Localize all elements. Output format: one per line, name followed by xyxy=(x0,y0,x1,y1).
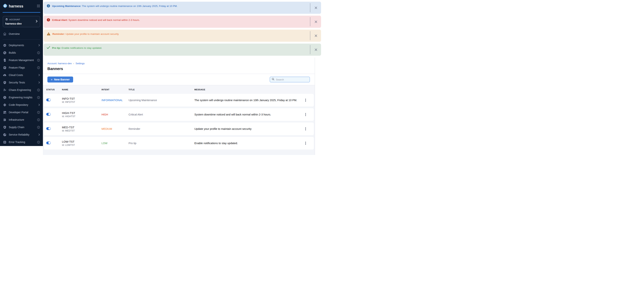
banner-bold-text: Reminder: xyxy=(52,33,65,35)
sidebar-item-service-reliability[interactable]: Service Reliability xyxy=(0,131,43,138)
banner-message: Enable notifications to stay updated. xyxy=(62,47,102,49)
search-input[interactable] xyxy=(276,78,308,81)
banner-id: Id: INFOTST xyxy=(62,101,102,103)
check-icon xyxy=(47,46,50,50)
new-banner-button[interactable]: + New Banner xyxy=(48,77,73,83)
title-value: Upcoming Maintenance xyxy=(128,99,194,102)
info-icon xyxy=(37,89,40,91)
row-menu-icon[interactable] xyxy=(304,141,307,146)
toggle-knob xyxy=(48,127,50,130)
cloud-costs-icon: $ xyxy=(3,73,6,77)
error-tracking-icon xyxy=(3,141,6,144)
info-icon xyxy=(37,111,40,114)
logo-row: harness xyxy=(0,0,43,12)
row-menu-icon[interactable] xyxy=(304,112,307,117)
account-label: ACCOUNT xyxy=(9,19,20,21)
sidebar-item-engineering-insights[interactable]: Engineering Insights xyxy=(0,94,43,101)
chevron-right-icon xyxy=(38,104,40,106)
banner-id: Id: MEDTST xyxy=(62,130,102,132)
column-header-message: MESSAGE xyxy=(194,88,305,91)
column-header-status: STATUS xyxy=(46,88,62,91)
row-menu-icon[interactable] xyxy=(304,126,307,132)
new-banner-label: New Banner xyxy=(54,78,70,81)
breadcrumb-settings-link[interactable]: Settings xyxy=(76,62,85,65)
sidebar-item-error-tracking[interactable]: Error Tracking xyxy=(0,138,43,146)
chevron-right-icon xyxy=(38,134,40,136)
search-box xyxy=(270,77,310,82)
sidebar-item-supply-chain[interactable]: Supply Chain xyxy=(0,124,43,131)
sidebar-item-chaos-engineering[interactable]: Chaos Engineering xyxy=(0,86,43,94)
column-header-intent: INTENT xyxy=(102,88,128,91)
builds-icon xyxy=(3,51,6,55)
banner-divider xyxy=(310,31,310,40)
row-menu-icon[interactable] xyxy=(304,98,307,103)
feature-management-icon xyxy=(3,58,6,62)
banner-name: MED-TST xyxy=(62,126,102,129)
table-row: LOW-TSTId: LOWTST LOW Pro tip Enable not… xyxy=(44,137,314,146)
breadcrumb-account-link[interactable]: Account: harness-dev xyxy=(48,62,72,65)
banner-reminder: Reminder: Update your profile to maintai… xyxy=(44,30,321,42)
message-value: Enable notifications to stay updated. xyxy=(194,142,304,145)
column-header-title: TITLE xyxy=(128,88,194,91)
status-toggle[interactable] xyxy=(46,142,51,144)
info-icon xyxy=(37,59,40,62)
banner-bold-text: Upcoming Maintenance: xyxy=(52,5,81,7)
column-header-name: NAME xyxy=(62,88,102,91)
supply-chain-icon xyxy=(3,126,6,129)
chevron-right-icon xyxy=(36,20,38,23)
sidebar-item-cloud-costs[interactable]: $ Cloud Costs xyxy=(0,71,43,79)
sidebar-item-code-repository[interactable]: Code Repository xyxy=(0,101,43,109)
sidebar-item-deployments[interactable]: Deployments xyxy=(0,41,43,49)
logo-text: harness xyxy=(9,4,23,8)
sidebar-item-infrastructure[interactable]: Infrastructure xyxy=(0,116,43,124)
table-row: INFO-TSTId: INFOTST INFORMATIONAL Upcomi… xyxy=(44,94,314,107)
breadcrumb: Account: harness-dev › Settings xyxy=(48,62,310,65)
info-icon xyxy=(37,51,40,54)
close-icon[interactable] xyxy=(314,47,318,52)
sidebar-item-builds[interactable]: Builds xyxy=(0,49,43,56)
banner-bold-text: Pro tip: xyxy=(52,47,61,49)
sidebar-item-feature-flags[interactable]: Feature Flags xyxy=(0,64,43,71)
table-row: MED-TSTId: MEDTST MEDIUM Reminder Update… xyxy=(44,123,314,135)
info-icon xyxy=(37,126,40,129)
security-tests-icon xyxy=(3,81,6,84)
sidebar-item-developer-portal[interactable]: Developer Portal xyxy=(0,109,43,116)
content-panel: Account: harness-dev › Settings Banners … xyxy=(43,58,315,146)
sidebar-item-overview[interactable]: Overview xyxy=(0,30,43,38)
infrastructure-icon xyxy=(3,118,6,122)
developer-portal-icon xyxy=(3,111,6,114)
feature-flags-icon xyxy=(3,66,6,69)
account-selector[interactable]: ACCOUNT harness-dev xyxy=(3,16,40,27)
apps-grid-icon[interactable] xyxy=(37,4,40,8)
sidebar-item-feature-management[interactable]: Feature Management xyxy=(0,56,43,64)
banner-id: Id: HIGHTST xyxy=(62,115,102,118)
message-value: The system will undergo routine maintena… xyxy=(194,99,304,102)
info-icon xyxy=(37,96,40,99)
toggle-knob xyxy=(48,113,50,115)
banner-divider xyxy=(310,45,310,54)
info-icon xyxy=(37,119,40,121)
sidebar-item-security-tests[interactable]: Security Tests xyxy=(0,79,43,86)
close-icon[interactable] xyxy=(314,33,318,38)
plus-icon: + xyxy=(51,78,52,81)
info-icon xyxy=(37,66,40,69)
banner-name: INFO-TST xyxy=(62,97,102,100)
info-circle-icon xyxy=(47,4,50,8)
harness-logo-icon xyxy=(2,3,8,9)
chevron-right-icon xyxy=(38,74,40,76)
toolbar: + New Banner xyxy=(43,74,315,85)
message-value: System downtime noticed and will back no… xyxy=(194,113,304,116)
close-icon[interactable] xyxy=(314,19,318,24)
layers-icon xyxy=(5,18,8,21)
intent-value: LOW xyxy=(102,142,128,145)
status-toggle[interactable] xyxy=(46,99,51,101)
close-icon[interactable] xyxy=(314,5,318,10)
banner-message: The system will undergo routine maintena… xyxy=(82,5,178,7)
banner-name: HIGH-TST xyxy=(62,111,102,115)
deployments-icon xyxy=(3,44,6,47)
banner-bold-text: Critical Alert: xyxy=(52,19,68,21)
status-toggle[interactable] xyxy=(46,127,51,130)
breadcrumb-separator: › xyxy=(73,62,74,65)
intent-value: INFORMATIONAL xyxy=(102,99,128,102)
status-toggle[interactable] xyxy=(46,113,51,116)
